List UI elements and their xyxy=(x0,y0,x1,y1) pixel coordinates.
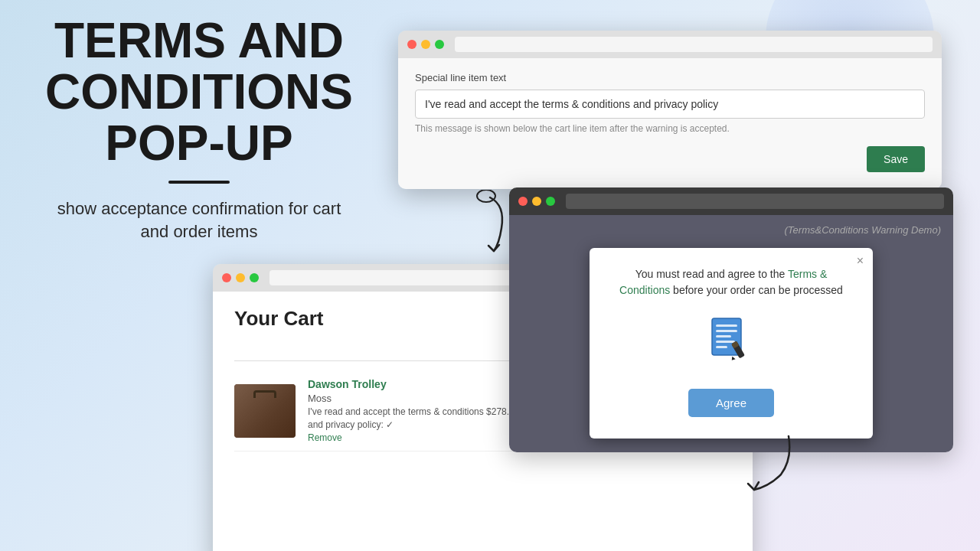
dot-yellow[interactable] xyxy=(421,40,430,49)
svg-rect-6 xyxy=(716,346,727,348)
product-image xyxy=(234,384,296,438)
dot-green-cart[interactable] xyxy=(250,273,259,282)
bag-image xyxy=(234,384,296,438)
address-bar-popup xyxy=(566,194,944,209)
title-divider xyxy=(168,181,230,184)
dot-green-mid[interactable] xyxy=(546,197,555,206)
dot-red-cart[interactable] xyxy=(222,273,231,282)
address-bar-settings xyxy=(455,37,933,52)
save-button-wrap: Save xyxy=(415,146,925,172)
save-button[interactable]: Save xyxy=(867,146,925,172)
svg-rect-2 xyxy=(716,324,737,327)
dot-green[interactable] xyxy=(435,40,444,49)
popup-browser-window: (Terms&Conditions Warning Demo) × You mu… xyxy=(509,187,953,452)
dot-yellow-mid[interactable] xyxy=(532,197,541,206)
dot-red-mid[interactable] xyxy=(518,197,528,206)
line-item-text-input[interactable] xyxy=(415,90,925,119)
svg-rect-5 xyxy=(716,341,735,343)
left-panel: TERMS AND CONDITIONS POP-UP show accepta… xyxy=(23,15,375,244)
field-label: Special line item text xyxy=(415,72,925,83)
modal-message: You must read and agree to the Terms & C… xyxy=(611,266,851,298)
modal-icon xyxy=(611,312,851,375)
help-text: This message is shown below the cart lin… xyxy=(415,123,925,134)
titlebar-popup xyxy=(509,187,953,215)
dot-yellow-cart[interactable] xyxy=(236,273,245,282)
popup-body: (Terms&Conditions Warning Demo) × You mu… xyxy=(509,215,953,452)
svg-marker-9 xyxy=(730,356,736,361)
demo-label: (Terms&Conditions Warning Demo) xyxy=(785,224,941,236)
modal-close-button[interactable]: × xyxy=(857,254,864,268)
svg-rect-4 xyxy=(716,335,731,337)
titlebar-settings xyxy=(398,31,942,58)
main-title: TERMS AND CONDITIONS POP-UP xyxy=(23,15,375,170)
svg-rect-3 xyxy=(716,330,737,332)
terms-modal: × You must read and agree to the Terms &… xyxy=(590,248,873,439)
dot-red[interactable] xyxy=(407,40,416,49)
svg-point-0 xyxy=(477,190,495,202)
settings-body: Special line item text This message is s… xyxy=(398,58,942,189)
bag-strap xyxy=(253,390,276,398)
settings-browser-window: Special line item text This message is s… xyxy=(398,31,942,189)
agree-button[interactable]: Agree xyxy=(688,389,774,417)
subtitle: show acceptance confirmation for cart an… xyxy=(46,197,352,245)
